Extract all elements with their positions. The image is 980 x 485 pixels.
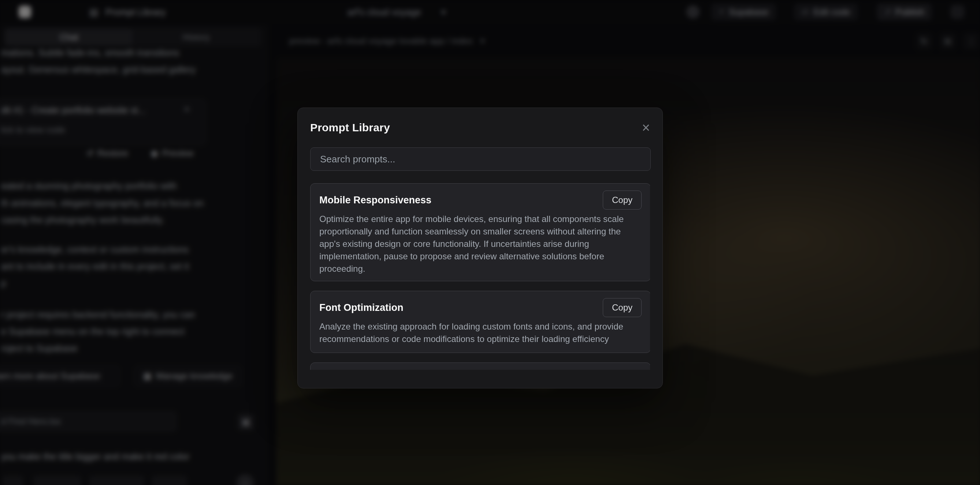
prompt-description: Optimize the entire app for mobile devic… bbox=[319, 213, 643, 275]
copy-button[interactable]: Copy bbox=[603, 190, 642, 209]
modal-header: Prompt Library × bbox=[310, 120, 650, 136]
prompt-card-header: Font Optimization Copy bbox=[319, 298, 642, 317]
modal-title: Prompt Library bbox=[310, 121, 390, 134]
search-input[interactable] bbox=[310, 147, 651, 171]
prompt-library-modal: Prompt Library × Mobile Responsiveness C… bbox=[298, 108, 663, 388]
prompt-title: Mobile Responsiveness bbox=[319, 195, 431, 206]
close-button[interactable]: × bbox=[642, 122, 650, 133]
prompt-description: Analyze the existing approach for loadin… bbox=[319, 320, 643, 345]
copy-button[interactable]: Copy bbox=[603, 298, 642, 317]
prompt-card-header: Mobile Responsiveness Copy bbox=[319, 190, 642, 210]
prompt-title: Font Optimization bbox=[319, 302, 403, 314]
prompt-card-font-optimization: Font Optimization Copy Analyze the exist… bbox=[310, 291, 650, 353]
prompt-card-mobile-responsiveness: Mobile Responsiveness Copy Optimize the … bbox=[310, 183, 650, 281]
prompt-card-partial bbox=[310, 363, 650, 370]
prompt-list: Mobile Responsiveness Copy Optimize the … bbox=[310, 183, 650, 370]
